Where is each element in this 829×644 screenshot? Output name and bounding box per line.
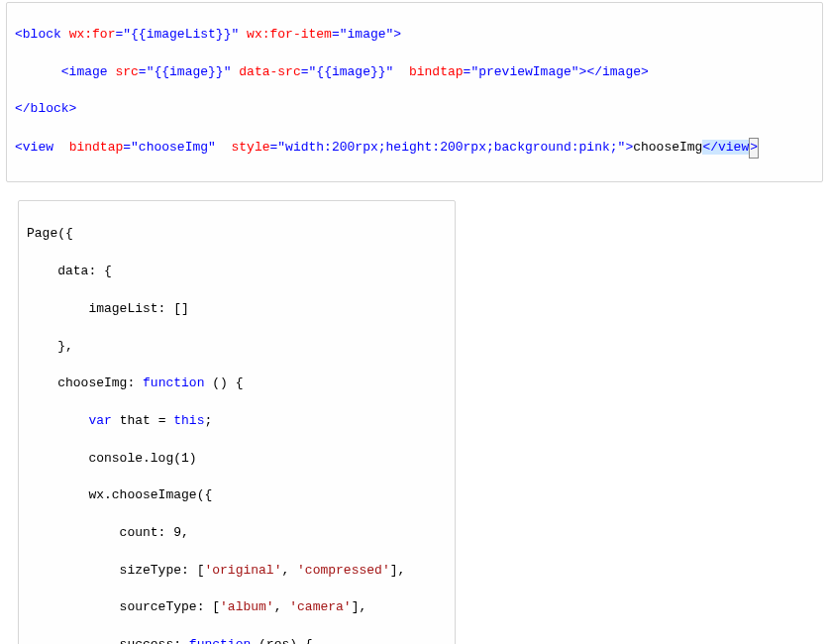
keyword: function (189, 637, 251, 644)
code-line: count: 9, (19, 524, 455, 543)
cursor-caret: > (749, 138, 759, 159)
code-line: sourceType: ['album', 'camera'], (19, 598, 455, 617)
js-code-block: Page({ data: { imageList: [] }, chooseIm… (18, 200, 456, 644)
attr-value: "{{imageList}}" (123, 27, 239, 42)
attr-value: "width:200rpx;height:200rpx;background:p… (277, 140, 625, 155)
attr-name: bindtap (409, 64, 464, 79)
code-line: data: { (19, 263, 455, 281)
attr-name: bindtap (69, 140, 124, 155)
attr-name: wx:for (69, 27, 116, 42)
tag-close: ></image> (579, 64, 649, 79)
code-line: chooseImg: function () { (19, 375, 455, 393)
code-line: imageList: [] (19, 300, 455, 319)
attr-value: "chooseImg" (131, 140, 216, 155)
keyword: function (143, 376, 204, 390)
code-line: success: function (res) { (19, 636, 455, 644)
keyword: var (88, 413, 111, 428)
code-line: <block wx:for="{{imageList}}" wx:for-ite… (7, 26, 822, 45)
code-line: var that = this; (19, 412, 455, 431)
string-literal: 'compressed' (297, 563, 390, 578)
string-literal: 'album' (220, 599, 274, 614)
code-line: <image src="{{image}}" data-src="{{image… (7, 63, 822, 82)
attr-value: "{{image}}" (309, 64, 394, 79)
attr-name: style (231, 140, 269, 155)
selection-highlight: </view (702, 140, 749, 155)
code-line: </block> (7, 100, 822, 119)
string-literal: 'camera' (289, 599, 351, 614)
attr-value: "{{image}}" (147, 64, 232, 79)
code-line: }, (19, 338, 455, 357)
keyword: this (173, 413, 204, 428)
string-literal: 'original' (204, 563, 281, 578)
code-line: console.log(1) (19, 450, 455, 469)
attr-name: data-src (239, 64, 300, 79)
wxml-code-block: <block wx:for="{{imageList}}" wx:for-ite… (6, 2, 823, 182)
attr-name: wx:for-item (247, 27, 332, 42)
attr-value: "previewImage" (470, 64, 578, 79)
tag-close: </block> (15, 101, 76, 116)
tag-open: <block (15, 27, 61, 42)
attr-value: "image" (340, 27, 394, 42)
code-line: wx.chooseImage({ (19, 486, 455, 505)
tag-open: <image (61, 64, 108, 79)
code-line: Page({ (19, 225, 455, 244)
code-line: sizeType: ['original', 'compressed'], (19, 562, 455, 581)
element-text: chooseImg (633, 140, 702, 155)
tag-close: > (393, 27, 401, 42)
code-line: <view bindtap="chooseImg" style="width:2… (7, 138, 822, 159)
attr-name: src (115, 64, 138, 79)
tag-open: <view (15, 140, 53, 155)
